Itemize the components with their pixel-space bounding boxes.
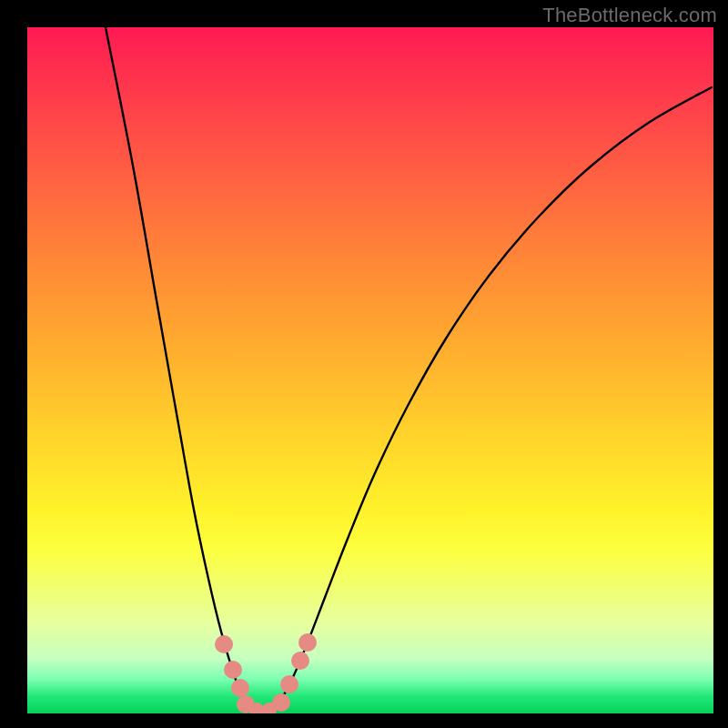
outer-frame: TheBottleneck.com	[0, 0, 728, 728]
bottleneck-curve	[106, 27, 712, 713]
marker-dot	[215, 635, 233, 653]
plot-area	[27, 27, 713, 713]
marker-dot	[280, 675, 298, 693]
curve-markers	[215, 633, 317, 713]
marker-dot	[272, 693, 290, 712]
marker-dot	[298, 633, 317, 652]
curve-layer	[27, 27, 713, 713]
watermark-text: TheBottleneck.com	[542, 4, 717, 27]
marker-dot	[224, 661, 242, 679]
marker-dot	[291, 652, 309, 670]
marker-dot	[231, 679, 249, 697]
